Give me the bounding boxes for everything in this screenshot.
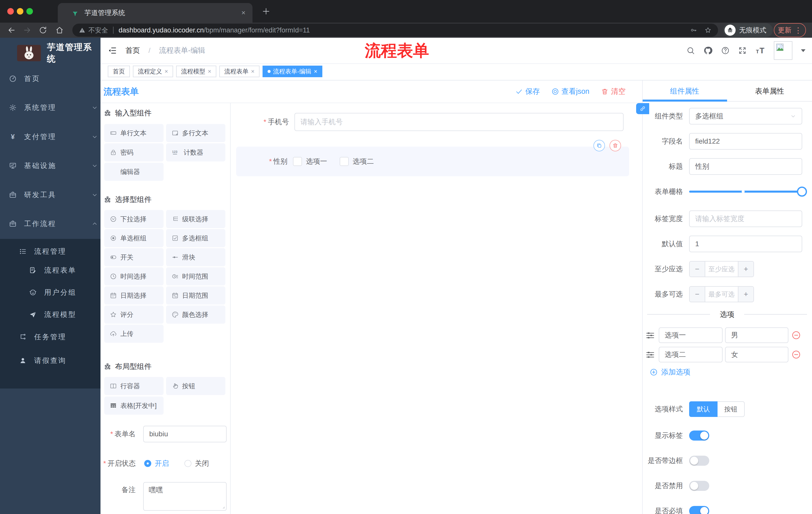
decrease-button[interactable]: − (690, 262, 705, 277)
back-icon[interactable] (7, 26, 16, 35)
app-logo[interactable]: 芋道管理系统 (17, 42, 100, 64)
component-chip-time-picker[interactable]: 时间选择 (104, 267, 164, 286)
component-chip-table[interactable]: 表格[开发中] (104, 397, 164, 415)
component-chip-cascader[interactable]: 级联选择 (166, 210, 225, 228)
component-chip-switch[interactable]: 开关 (104, 248, 164, 266)
option1-value-input[interactable] (725, 327, 788, 343)
increase-button[interactable]: + (738, 287, 753, 302)
tag-process-form[interactable]: 流程表单× (219, 65, 260, 77)
tag-process-form-edit[interactable]: 流程表单-编辑× (263, 65, 322, 77)
security-label[interactable]: 不安全 (88, 26, 108, 35)
component-chip-row-container[interactable]: 行容器 (104, 377, 164, 395)
tag-close-icon[interactable]: × (251, 69, 255, 75)
gender-option1-checkbox[interactable] (293, 157, 302, 166)
update-label[interactable]: 更新 (778, 26, 791, 35)
github-icon[interactable] (703, 46, 713, 55)
selected-component-gender[interactable]: *性别 选项一 选项二 (236, 146, 629, 176)
option1-label-input[interactable] (659, 327, 723, 343)
component-chip-rate[interactable]: 评分 (104, 305, 164, 324)
avatar[interactable] (774, 41, 792, 60)
tag-process-definition[interactable]: 流程定义× (133, 65, 173, 77)
increase-button[interactable]: + (738, 262, 753, 277)
option2-label-input[interactable] (659, 347, 723, 362)
component-chip-password[interactable]: 密码 (104, 143, 164, 161)
component-chip-slider[interactable]: 滑块 (166, 248, 225, 266)
sidebar-item-workflow[interactable]: 工作流程 (0, 214, 110, 234)
border-toggle[interactable] (689, 456, 709, 466)
remove-option-button[interactable] (791, 350, 801, 359)
drag-handle-icon[interactable] (646, 350, 655, 359)
component-type-select[interactable]: 多选框组 (689, 108, 802, 125)
zoom-window-button[interactable] (26, 8, 33, 15)
component-chip-editor[interactable]: 编辑器 (104, 163, 164, 181)
status-off-radio[interactable] (184, 460, 192, 467)
help-icon[interactable] (721, 46, 730, 55)
style-button-button[interactable]: 按钮 (718, 401, 745, 417)
tag-home[interactable]: 首页 (108, 65, 130, 77)
slider-handle[interactable] (797, 187, 807, 197)
max-select-input[interactable] (705, 287, 738, 302)
component-chip-checkbox-group[interactable]: 多选框组 (166, 229, 225, 247)
field-name-input[interactable] (689, 133, 802, 150)
resize-handle-icon[interactable] (221, 505, 225, 509)
delete-component-button[interactable] (609, 140, 621, 152)
form-remark-textarea[interactable]: 嘿嘿 (143, 482, 227, 511)
title-input[interactable] (689, 158, 802, 175)
breadcrumb-home[interactable]: 首页 (125, 46, 140, 56)
browser-update-button[interactable]: 更新 ⋮ (774, 23, 806, 37)
gender-option1-label[interactable]: 选项一 (306, 153, 327, 170)
decrease-button[interactable]: − (690, 287, 705, 302)
tab-component-props[interactable]: 组件属性 (642, 84, 727, 98)
component-chip-date-range[interactable]: 日期范围 (166, 287, 225, 304)
fullscreen-icon[interactable] (738, 46, 747, 55)
browser-tab[interactable]: 芋道管理系统 × (58, 3, 253, 23)
minimize-window-button[interactable] (17, 8, 23, 15)
component-chip-button[interactable]: 按钮 (166, 377, 225, 395)
sidebar-item-system[interactable]: 系统管理 (0, 98, 110, 118)
required-toggle[interactable] (689, 506, 709, 514)
url-bar[interactable]: 不安全 dashboard.yudao.iocoder.cn/bpm/manag… (72, 24, 718, 37)
drag-handle-icon[interactable] (646, 331, 655, 340)
show-label-toggle[interactable] (689, 431, 709, 440)
home-icon[interactable] (55, 26, 64, 34)
reload-icon[interactable] (39, 26, 47, 34)
component-chip-single-text[interactable]: 单行文本 (104, 124, 164, 142)
font-size-icon[interactable]: TT (755, 46, 765, 55)
tag-close-icon[interactable]: × (208, 69, 211, 75)
disabled-toggle[interactable] (689, 481, 709, 491)
component-chip-dropdown[interactable]: 下拉选择 (104, 210, 164, 228)
close-window-button[interactable] (7, 8, 14, 15)
component-chip-counter[interactable]: 123 计数器 (166, 143, 225, 161)
default-value-input[interactable] (689, 236, 802, 252)
option2-value-input[interactable] (725, 347, 788, 362)
component-chip-radio-group[interactable]: 单选框组 (104, 229, 164, 247)
status-off-label[interactable]: 关闭 (195, 455, 209, 472)
phone-field-input[interactable] (294, 113, 624, 131)
tab-form-props[interactable]: 表单属性 (727, 84, 812, 98)
search-icon[interactable] (686, 46, 695, 55)
label-width-input[interactable] (689, 211, 802, 227)
add-option-button[interactable]: 添加选项 (650, 367, 690, 378)
component-chip-time-range[interactable]: 时间范围 (166, 267, 225, 286)
save-button[interactable]: 保存 (515, 86, 540, 97)
view-json-button[interactable]: 查看json (551, 86, 589, 97)
new-tab-button[interactable] (262, 7, 270, 16)
form-name-input[interactable] (143, 426, 227, 442)
style-default-button[interactable]: 默认 (689, 401, 718, 417)
status-on-label[interactable]: 开启 (155, 455, 169, 472)
status-on-radio[interactable] (144, 460, 151, 467)
gender-option2-checkbox[interactable] (340, 157, 349, 166)
sidebar-fold-icon[interactable] (108, 46, 117, 55)
component-chip-textarea[interactable]: 多行文本 (166, 124, 225, 142)
component-chip-color-picker[interactable]: 颜色选择 (166, 305, 225, 324)
clear-button[interactable]: 清空 (601, 86, 626, 97)
forward-icon[interactable] (23, 26, 32, 35)
component-chip-date-picker[interactable]: 日期选择 (104, 287, 164, 304)
sidebar-item-infrastructure[interactable]: 基础设施 (0, 156, 110, 176)
bookmark-star-icon[interactable] (704, 27, 712, 34)
gender-option2-label[interactable]: 选项二 (353, 153, 374, 170)
sidebar-item-home[interactable]: 首页 (0, 69, 110, 89)
copy-component-button[interactable] (593, 140, 605, 152)
avatar-caret-icon[interactable] (801, 49, 806, 52)
tag-close-icon[interactable]: × (314, 69, 317, 75)
